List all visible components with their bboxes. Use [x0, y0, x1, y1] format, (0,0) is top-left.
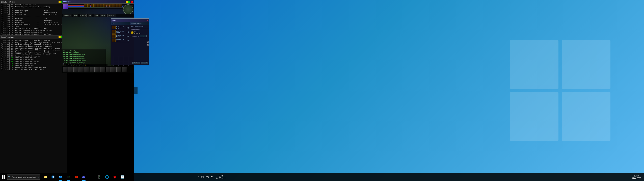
- cancel-button[interactable]: Cancel: [141, 62, 148, 64]
- chat-line-1: Adventure's Sk of Engineer...: [63, 50, 105, 52]
- skill-icon-1[interactable]: [84, 4, 87, 7]
- systray-clock[interactable]: 15:48 04.06.2022: [215, 175, 227, 180]
- item-row-4[interactable]: Dark Crystal Helmet [x1]: [112, 38, 129, 42]
- nav-stats[interactable]: Статистика: [107, 14, 116, 17]
- req-item-name: Adena: [134, 31, 140, 33]
- skillbar-slot-9[interactable]: [106, 67, 111, 72]
- second-clock-date: 04.06.2022: [632, 177, 641, 179]
- skillbar-slot-1[interactable]: [63, 67, 68, 72]
- log-line: [15:34:00] INFO ####.##.##.##.##.####: [1, 65, 66, 67]
- systray-expand-chevron[interactable]: ^: [198, 176, 200, 178]
- taskbar-search[interactable]: 🔍 Искать здесь текст для поиска ○: [7, 174, 40, 180]
- log-line: [15:33:51] INFO GameServer base started,…: [1, 42, 66, 44]
- store-dialog-title: Store: [112, 20, 116, 21]
- skillbar-slot-2[interactable]: [68, 67, 73, 72]
- log-line: [15:33:16] INFO Loaded 0 registered game…: [1, 34, 66, 35]
- terminal-titlebar-bottom: EmartGameServer ─ □ ✕: [0, 36, 67, 39]
- network-icon[interactable]: [200, 175, 204, 179]
- log-line: [15:33:51] INFO Maximum Numbers of Conne…: [1, 44, 66, 46]
- skillbar-slot-8[interactable]: [100, 67, 105, 72]
- nav-magic[interactable]: Магия: [73, 14, 78, 17]
- log-line: [15:34:00] INFO ####.##.##.####.####.##: [1, 63, 66, 65]
- scroll-down-arrow[interactable]: ▼: [146, 44, 148, 46]
- notification-icons: РУС: [200, 175, 214, 179]
- item-info-close-button[interactable]: ✕: [147, 20, 148, 21]
- svg-point-7: [76, 177, 77, 177]
- skillbar-slot-3[interactable]: [74, 67, 78, 72]
- taskbar-app-browser[interactable]: 🌐: [103, 173, 111, 181]
- req-item-qty: x 0000000: [134, 33, 140, 34]
- skillbar-slot-5[interactable]: [84, 67, 89, 72]
- skillbar-slot-4[interactable]: [79, 67, 84, 72]
- log-line: [15:33:16] INFO Loaded 1 registered Game…: [1, 32, 66, 34]
- game-maximize-button[interactable]: □: [128, 1, 130, 3]
- log-line: [15:33:15] INFO Home Developer..........…: [1, 10, 66, 12]
- nav-list[interactable]: Лист: [88, 14, 92, 17]
- log-line: [15:33:51] INFO Scheduled server restart…: [1, 40, 66, 42]
- item-row-3[interactable]: Dark Crystal Boots [x1]: [112, 34, 129, 38]
- skillbar-slot-7[interactable]: [95, 67, 100, 72]
- log-line: [15:33:15] INFO ------------------------…: [1, 8, 66, 10]
- skill-icon-4[interactable]: [94, 4, 97, 7]
- nav-clan[interactable]: Клан: [94, 14, 98, 17]
- game-nav-bar: Инвентарь Магия Статусы Лист Клан Квесты…: [62, 14, 134, 17]
- taskbar-app-security[interactable]: ●: [111, 173, 118, 181]
- taskbar-app-game[interactable]: [72, 173, 80, 181]
- skill-icon-7[interactable]: [103, 4, 106, 7]
- taskbar-app-terminal[interactable]: C:\>: [65, 173, 72, 181]
- volume-icon[interactable]: [210, 175, 214, 179]
- skill-icon-9[interactable]: [110, 4, 113, 7]
- skill-icon-6[interactable]: [100, 4, 103, 7]
- item-row-2[interactable]: Dark Crystal Gloves [x1]: [112, 30, 129, 34]
- desktop-notification-arrow[interactable]: ‹: [134, 87, 138, 94]
- skill-icon-2[interactable]: [88, 4, 90, 7]
- taskbar-app-edge[interactable]: [49, 173, 57, 181]
- minimize-button-top[interactable]: ─: [58, 1, 60, 3]
- taskbar-app-phone[interactable]: 📱: [96, 173, 103, 181]
- skill-icon-3[interactable]: [90, 4, 94, 7]
- language-indicator[interactable]: РУС: [205, 176, 210, 178]
- minimize-button-bottom[interactable]: ─: [58, 36, 60, 38]
- nav-inventory[interactable]: Инвентарь: [63, 14, 72, 17]
- nav-status[interactable]: Статусы: [80, 14, 86, 17]
- skill-icon-10[interactable]: [113, 4, 116, 7]
- log-line: [15:33:15] INFO Revision:...............…: [1, 18, 66, 20]
- win-logo-pane-3: [510, 92, 558, 141]
- svg-point-9: [84, 177, 84, 178]
- taskbar-app-settings[interactable]: ⚙: [88, 173, 95, 181]
- item-icon-2: [112, 30, 116, 34]
- nav-quests[interactable]: Квесты: [100, 14, 106, 17]
- taskbar-app-discord[interactable]: [80, 173, 88, 181]
- scroll-up-arrow[interactable]: ▲: [146, 41, 148, 43]
- start-pane-1: [2, 175, 3, 177]
- item-name-2: Dark Crystal Gloves: [116, 30, 126, 33]
- skillbar-slot-12[interactable]: [122, 67, 127, 72]
- skill-icon-11[interactable]: [116, 4, 119, 7]
- skill-icon-12[interactable]: [119, 4, 122, 7]
- taskbar-app-mail[interactable]: [57, 173, 64, 181]
- item-name-4: Dark Crystal Helmet: [116, 39, 126, 42]
- skill-icon-8[interactable]: [106, 4, 110, 7]
- skillbar-slot-11[interactable]: [116, 67, 122, 72]
- game-title: Lineage II: [63, 1, 71, 3]
- update-icon: 🔄: [120, 175, 125, 179]
- clock-time: 15:48: [219, 175, 224, 177]
- game-close-button[interactable]: ✕: [131, 1, 133, 3]
- taskbar-app-explorer[interactable]: 📁: [42, 173, 49, 181]
- quantity-input[interactable]: [140, 35, 146, 37]
- item-qty-2: [x1]: [126, 31, 129, 33]
- windows-start-icon: [2, 175, 5, 179]
- skill-icon-5[interactable]: [97, 4, 100, 7]
- log-line: [15:33:15] INFO Java....................…: [1, 26, 66, 28]
- log-line: [15:33:51] INFO Server Loaded in 28 seco…: [1, 55, 66, 57]
- settings-icon: ⚙: [89, 175, 94, 179]
- skillbar-slot-10[interactable]: [111, 67, 116, 72]
- second-clock-time: 15:48: [634, 175, 639, 177]
- skillbar-slot-6[interactable]: [90, 67, 94, 72]
- start-button[interactable]: [0, 173, 7, 181]
- game-minimize-button[interactable]: ─: [126, 1, 128, 3]
- second-monitor-clock[interactable]: 15:48 04.06.2022: [630, 175, 642, 180]
- item-row-1[interactable]: Dark Crystal Robe [x1]: [112, 26, 129, 30]
- taskbar-app-update[interactable]: 🔄: [119, 173, 126, 181]
- confirm-button[interactable]: Confirm: [132, 62, 140, 64]
